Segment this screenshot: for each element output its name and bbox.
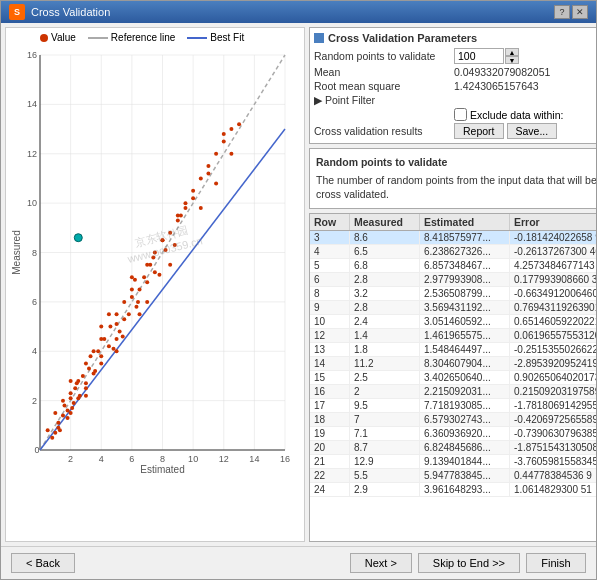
cell-estimated: 9.139401844... bbox=[420, 455, 510, 468]
cell-row: 24 bbox=[310, 483, 350, 496]
random-points-label: Random points to validate bbox=[314, 50, 454, 62]
app-logo: S bbox=[9, 4, 25, 20]
point-filter-label: ▶ Point Filter bbox=[314, 94, 454, 106]
legend-bestfit: Best Fit bbox=[187, 32, 244, 43]
cell-row: 8 bbox=[310, 287, 350, 300]
report-button[interactable]: Report bbox=[454, 123, 504, 139]
table-row[interactable]: 225.55.947783845...0.44778384536 9 bbox=[310, 469, 596, 483]
cell-measured: 5.5 bbox=[350, 469, 420, 482]
legend-reference: Reference line bbox=[88, 32, 175, 43]
cell-estimated: 5.947783845... bbox=[420, 469, 510, 482]
table-row[interactable]: 1876.579302743...-0.42069725655898 bbox=[310, 413, 596, 427]
chart-panel: Value Reference line Best Fit bbox=[5, 27, 305, 542]
table-header: Row Measured Estimated Error bbox=[310, 214, 596, 231]
next-button[interactable]: Next > bbox=[350, 553, 412, 573]
table-row[interactable]: 152.53.402650640...0.90265064020173 bbox=[310, 371, 596, 385]
cv-results-label: Cross validation results bbox=[314, 125, 454, 137]
cell-row: 17 bbox=[310, 399, 350, 412]
chart-canvas bbox=[10, 45, 295, 475]
description-title: Random points to validate bbox=[316, 155, 596, 170]
cell-estimated: 6.824845686... bbox=[420, 441, 510, 454]
spinner-up[interactable]: ▲ bbox=[505, 48, 519, 56]
cell-measured: 7.1 bbox=[350, 427, 420, 440]
cell-row: 10 bbox=[310, 315, 350, 328]
cell-row: 5 bbox=[310, 259, 350, 272]
cell-error: 0.177993908660 38 bbox=[510, 273, 596, 286]
table-row[interactable]: 56.86.857348467...4.2573484677143 bbox=[310, 259, 596, 273]
help-button[interactable]: ? bbox=[554, 5, 570, 19]
content-area: Value Reference line Best Fit bbox=[1, 23, 596, 546]
cell-estimated: 6.360936920... bbox=[420, 427, 510, 440]
point-filter-row: ▶ Point Filter bbox=[314, 94, 596, 106]
cell-row: 16 bbox=[310, 385, 350, 398]
cell-measured: 2.9 bbox=[350, 483, 420, 496]
table-row[interactable]: 179.57.718193085...-1.7818069142955 bbox=[310, 399, 596, 413]
cell-measured: 2.5 bbox=[350, 371, 420, 384]
table-row[interactable]: 92.83.569431192...0.76943119263901 bbox=[310, 301, 596, 315]
cell-error: -0.25153550266227 bbox=[510, 343, 596, 356]
table-row[interactable]: 1411.28.304607904...-2.8953920952419 bbox=[310, 357, 596, 371]
cell-error: -0.42069725655898 bbox=[510, 413, 596, 426]
table-row[interactable]: 38.68.418575977...-0.181424022658 9 bbox=[310, 231, 596, 245]
table-row[interactable]: 208.76.824845686...-1.8751543130508 bbox=[310, 441, 596, 455]
cell-estimated: 8.418575977... bbox=[420, 231, 510, 244]
save-button[interactable]: Save... bbox=[507, 123, 558, 139]
cell-error: 0.90265064020173 bbox=[510, 371, 596, 384]
table-row[interactable]: 62.82.977993908...0.177993908660 38 bbox=[310, 273, 596, 287]
col-header-row: Row bbox=[310, 214, 350, 230]
table-row[interactable]: 83.22.536508799...-0.66349120064606 bbox=[310, 287, 596, 301]
table-row[interactable]: 121.41.461965575...0.061965575531209 bbox=[310, 329, 596, 343]
cell-error: 0.061965575531209 bbox=[510, 329, 596, 342]
cell-row: 18 bbox=[310, 413, 350, 426]
cell-error: -2.8953920952419 bbox=[510, 357, 596, 370]
rms-value: 1.4243065157643 bbox=[454, 80, 596, 92]
cell-measured: 8.7 bbox=[350, 441, 420, 454]
skip-to-end-button[interactable]: Skip to End >> bbox=[418, 553, 520, 573]
cell-error: 1.0614829300 51 bbox=[510, 483, 596, 496]
table-row[interactable]: 197.16.360936920...-0.73906307963857 bbox=[310, 427, 596, 441]
table-row[interactable]: 131.81.548464497...-0.25153550266227 bbox=[310, 343, 596, 357]
table-row[interactable]: 1622.215092031...0.21509203197589 bbox=[310, 385, 596, 399]
close-button[interactable]: ✕ bbox=[572, 5, 588, 19]
cell-measured: 8.6 bbox=[350, 231, 420, 244]
spinner-down[interactable]: ▼ bbox=[505, 56, 519, 64]
table-row[interactable]: 46.56.238627326...-0.26137267300 46 bbox=[310, 245, 596, 259]
right-panel: Cross Validation Parameters Random point… bbox=[309, 27, 596, 542]
random-points-input[interactable] bbox=[454, 48, 504, 64]
cell-error: -0.66349120064606 bbox=[510, 287, 596, 300]
cell-measured: 3.2 bbox=[350, 287, 420, 300]
table-row[interactable]: 2112.99.139401844...-3.7605981558345 bbox=[310, 455, 596, 469]
exclude-checkbox[interactable] bbox=[454, 108, 467, 121]
bestfit-line bbox=[187, 37, 207, 39]
cell-error: 0.21509203197589 bbox=[510, 385, 596, 398]
cell-error: -3.7605981558345 bbox=[510, 455, 596, 468]
section-title: Cross Validation Parameters bbox=[328, 32, 477, 44]
exclude-row: Exclude data within: bbox=[454, 108, 596, 121]
cell-row: 22 bbox=[310, 469, 350, 482]
chart-legend: Value Reference line Best Fit bbox=[10, 32, 300, 43]
cell-estimated: 6.579302743... bbox=[420, 413, 510, 426]
cell-error: 0.65146059220221 bbox=[510, 315, 596, 328]
cell-estimated: 1.461965575... bbox=[420, 329, 510, 342]
table-row[interactable]: 242.93.961648293...1.0614829300 51 bbox=[310, 483, 596, 497]
cell-measured: 2.8 bbox=[350, 273, 420, 286]
table-row[interactable]: 102.43.051460592...0.65146059220221 bbox=[310, 315, 596, 329]
cell-error: -1.7818069142955 bbox=[510, 399, 596, 412]
cell-row: 9 bbox=[310, 301, 350, 314]
cell-measured: 7 bbox=[350, 413, 420, 426]
finish-button[interactable]: Finish bbox=[526, 553, 586, 573]
cell-estimated: 3.961648293... bbox=[420, 483, 510, 496]
cell-measured: 6.8 bbox=[350, 259, 420, 272]
cell-error: -1.8751543130508 bbox=[510, 441, 596, 454]
params-section: Cross Validation Parameters Random point… bbox=[309, 27, 596, 144]
titlebar: S Cross Validation ? ✕ bbox=[1, 1, 596, 23]
cell-row: 6 bbox=[310, 273, 350, 286]
right-buttons: Next > Skip to End >> Finish bbox=[350, 553, 586, 573]
cell-error: 0.44778384536 9 bbox=[510, 469, 596, 482]
cell-error: 0.76943119263901 bbox=[510, 301, 596, 314]
back-button[interactable]: < Back bbox=[11, 553, 75, 573]
table-body[interactable]: 38.68.418575977...-0.181424022658 946.56… bbox=[310, 231, 596, 541]
random-points-spinner: ▲ ▼ bbox=[454, 48, 519, 64]
cell-estimated: 3.569431192... bbox=[420, 301, 510, 314]
cv-results-row: Cross validation results Report Save... bbox=[314, 123, 596, 139]
